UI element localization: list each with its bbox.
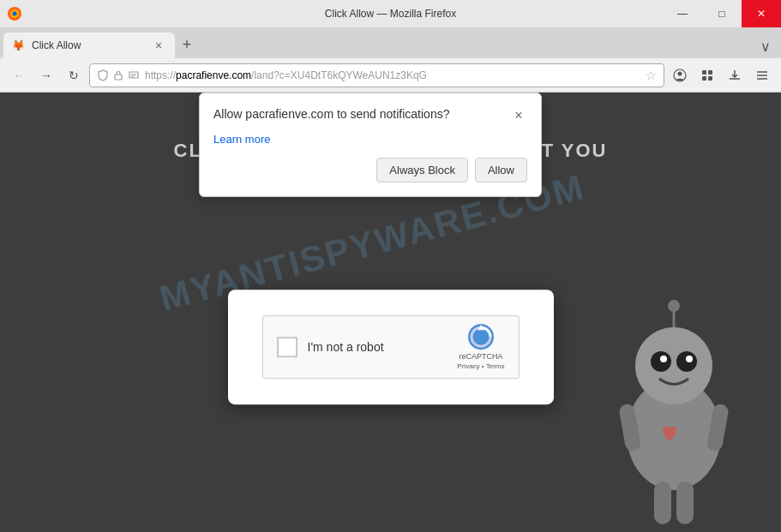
tracking-protection-icon	[97, 69, 109, 81]
recaptcha-label: I'm not a robot	[308, 340, 448, 354]
popup-close-button[interactable]: ×	[510, 107, 527, 124]
recaptcha-logo-area: reCAPTCHA Privacy • Terms	[457, 323, 504, 370]
url-scheme: https://	[145, 69, 176, 81]
tab-favicon: 🦊	[12, 39, 25, 51]
recaptcha-bullet: •	[482, 362, 484, 370]
svg-rect-24	[676, 481, 694, 524]
notification-permission-popup: Allow pacrafienve.com to send notificati…	[199, 93, 542, 197]
minimize-button[interactable]: —	[663, 0, 702, 27]
page-content: MYANTISPYWARE.COM CLICK «ALLOW» TO CONFI…	[0, 93, 781, 532]
always-block-button[interactable]: Always Block	[376, 158, 468, 182]
window-title: Click Allow — Mozilla Firefox	[325, 8, 456, 20]
window-controls: — □ ✕	[663, 0, 781, 27]
title-bar-left	[7, 6, 22, 21]
active-tab[interactable]: 🦊 Click Allow ×	[3, 33, 175, 58]
svg-rect-6	[702, 70, 706, 75]
svg-point-15	[651, 351, 671, 372]
learn-more-link[interactable]: Learn more	[213, 133, 527, 146]
close-button[interactable]: ✕	[742, 0, 781, 27]
downloads-button[interactable]	[723, 63, 747, 87]
reload-button[interactable]: ↻	[62, 63, 86, 87]
tab-label: Click Allow	[32, 39, 81, 51]
svg-point-14	[635, 327, 712, 404]
navigation-bar: ← → ↻ https://pacrafienve.com/land?c=XU4…	[0, 58, 781, 93]
svg-point-17	[660, 356, 667, 362]
center-card: I'm not a robot reCAPTCHA Privacy • Term…	[228, 290, 554, 404]
robot-illustration	[592, 263, 755, 532]
forward-button[interactable]: →	[34, 63, 58, 87]
svg-rect-9	[708, 76, 712, 81]
svg-point-18	[686, 356, 693, 362]
extensions-button[interactable]	[695, 63, 719, 87]
svg-rect-3	[115, 75, 122, 80]
popup-header: Allow pacrafienve.com to send notificati…	[213, 107, 527, 124]
recaptcha-logo-icon	[467, 323, 495, 350]
terms-link[interactable]: Terms	[486, 362, 505, 370]
tab-close-button[interactable]: ×	[151, 38, 166, 53]
svg-point-2	[13, 12, 17, 16]
svg-point-16	[676, 351, 697, 372]
toolbar-right	[668, 63, 774, 87]
lock-icon	[112, 69, 124, 81]
svg-rect-23	[654, 481, 671, 524]
notification-permissions-icon	[128, 69, 140, 81]
bookmark-star-icon[interactable]: ☆	[646, 69, 657, 82]
address-security-icons	[97, 69, 140, 81]
recaptcha-links: Privacy • Terms	[457, 362, 504, 370]
svg-point-5	[678, 71, 682, 75]
svg-rect-7	[708, 70, 712, 75]
url-domain: pacrafienve.com	[176, 69, 251, 81]
menu-button[interactable]	[750, 63, 774, 87]
popup-title: Allow pacrafienve.com to send notificati…	[213, 107, 466, 121]
title-bar: Click Allow — Mozilla Firefox — □ ✕	[0, 0, 781, 27]
recaptcha-widget[interactable]: I'm not a robot reCAPTCHA Privacy • Term…	[262, 315, 520, 379]
recaptcha-checkbox[interactable]	[277, 337, 297, 357]
tab-bar: 🦊 Click Allow × + ∨	[0, 27, 781, 58]
recaptcha-brand-label: reCAPTCHA	[459, 352, 502, 361]
url-display: https://pacrafienve.com/land?c=XU4DtT6kQ…	[145, 69, 640, 81]
svg-rect-8	[702, 76, 706, 81]
popup-buttons: Always Block Allow	[213, 158, 527, 182]
tabs-menu-button[interactable]: ∨	[754, 34, 778, 58]
new-tab-button[interactable]: +	[175, 33, 199, 57]
back-button[interactable]: ←	[7, 63, 31, 87]
svg-point-20	[668, 300, 680, 312]
address-bar[interactable]: https://pacrafienve.com/land?c=XU4DtT6kQ…	[89, 63, 664, 87]
firefox-account-button[interactable]	[668, 63, 692, 87]
maximize-button[interactable]: □	[702, 0, 742, 27]
privacy-link[interactable]: Privacy	[457, 362, 479, 370]
firefox-icon	[7, 6, 22, 21]
url-path: /land?c=XU4DtT6kQYWeAUN1z3KqG	[251, 69, 427, 81]
allow-button[interactable]: Allow	[475, 158, 527, 182]
